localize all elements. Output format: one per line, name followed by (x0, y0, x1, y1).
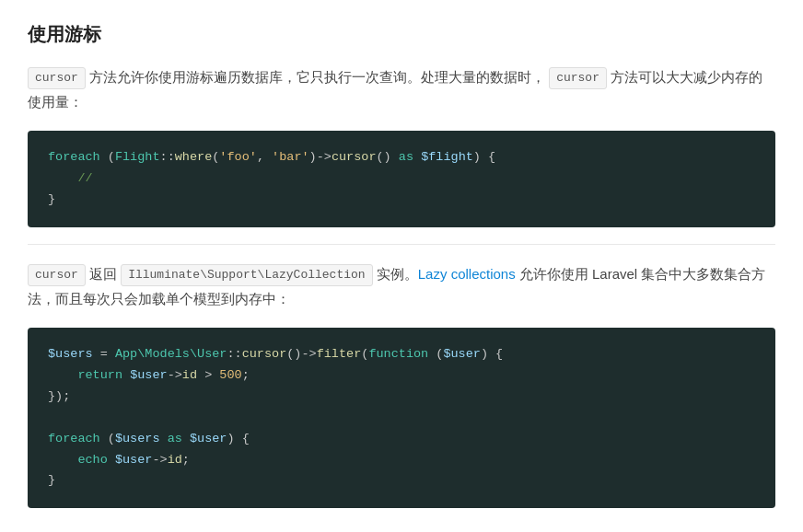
code-line-2-3: }); (48, 387, 755, 408)
code-line-2-4: foreach ($users as $user) { (48, 429, 755, 450)
code-line-2-blank (48, 408, 755, 429)
code-line-3: } (48, 190, 755, 211)
inline-code-cursor-3: cursor (28, 264, 86, 286)
code-line-2-6: } (48, 470, 755, 492)
code-block-2: $users = App\Models\User::cursor()->filt… (28, 328, 775, 509)
code-line-1: foreach (Flight::where('foo', 'bar')->cu… (48, 147, 755, 168)
inline-code-cursor-1: cursor (28, 67, 86, 89)
inline-code-cursor-2: cursor (549, 67, 607, 89)
code-line-2: // (48, 168, 755, 190)
divider-1 (28, 244, 775, 245)
code-line-2-5: echo $user->id; (48, 450, 755, 471)
code-line-2-1: $users = App\Models\User::cursor()->filt… (48, 344, 755, 365)
inline-code-lazy-collection: Illuminate\Support\LazyCollection (121, 264, 372, 286)
page-title: 使用游标 (28, 18, 775, 50)
code-line-2-2: return $user->id > 500; (48, 365, 755, 387)
lazy-collections-link[interactable]: Lazy collections (418, 266, 516, 282)
paragraph-2: cursor 返回 Illuminate\Support\LazyCollect… (28, 261, 775, 311)
code-block-1: foreach (Flight::where('foo', 'bar')->cu… (28, 131, 775, 227)
paragraph-1: cursor 方法允许你使用游标遍历数据库，它只执行一次查询。处理大量的数据时，… (28, 64, 775, 114)
